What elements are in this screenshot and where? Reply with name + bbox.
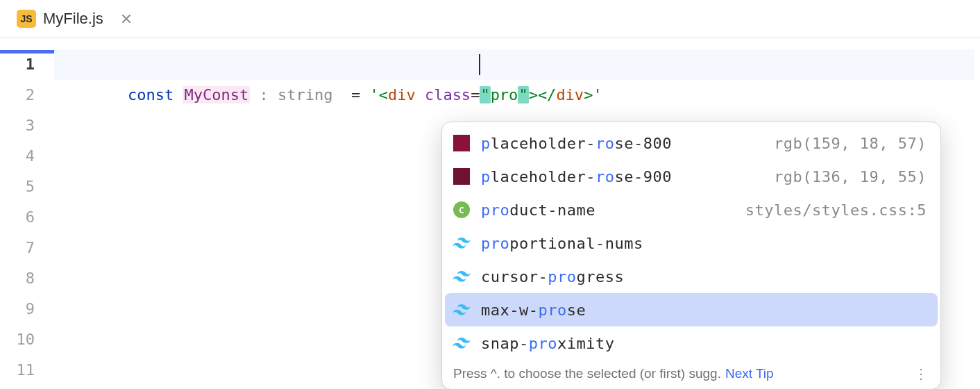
autocomplete-item-label: snap-proximity xyxy=(481,335,927,352)
autocomplete-item-label: placeholder-rose-800 xyxy=(481,135,764,152)
close-icon[interactable] xyxy=(121,14,131,24)
js-file-icon: JS xyxy=(17,10,36,28)
text-cursor xyxy=(479,54,480,75)
autocomplete-item[interactable]: max-w-prose xyxy=(445,293,938,326)
more-options-icon[interactable]: ⋮ xyxy=(914,365,929,382)
autocomplete-item-detail: rgb(159, 18, 57) xyxy=(774,135,927,152)
autocomplete-item-label: proportional-nums xyxy=(481,235,927,252)
autocomplete-item-label: placeholder-rose-900 xyxy=(481,168,764,185)
tailwind-icon xyxy=(452,267,471,286)
file-tab[interactable]: JS MyFile.js xyxy=(8,0,140,38)
line-number: 8 xyxy=(0,263,35,294)
autocomplete-item-label: product-name xyxy=(481,201,736,219)
autocomplete-item[interactable]: cursor-progress xyxy=(445,260,938,293)
autocomplete-item-label: max-w-prose xyxy=(481,301,927,319)
autocomplete-item[interactable]: Cproduct-namestyles/styles.css:5 xyxy=(445,193,938,226)
footer-hint: Press ^. to choose the selected (or firs… xyxy=(453,366,721,381)
tailwind-icon xyxy=(452,333,471,353)
autocomplete-item[interactable]: placeholder-rose-800rgb(159, 18, 57) xyxy=(445,126,938,160)
autocomplete-item[interactable]: proportional-nums xyxy=(445,226,938,260)
autocomplete-item-label: cursor-progress xyxy=(481,268,927,285)
color-swatch-icon xyxy=(452,133,471,153)
autocomplete-footer: Press ^. to choose the selected (or firs… xyxy=(442,360,940,389)
line-number: 2 xyxy=(0,80,35,110)
code-line-1[interactable]: const MyConst : string = '<div class="pr… xyxy=(54,49,974,80)
line-number: 10 xyxy=(0,324,35,355)
css-class-icon: C xyxy=(452,200,471,220)
line-number: 7 xyxy=(0,233,35,263)
autocomplete-item-detail: rgb(136, 19, 55) xyxy=(774,168,927,185)
autocomplete-popup[interactable]: placeholder-rose-800rgb(159, 18, 57)plac… xyxy=(441,122,941,389)
line-number: 6 xyxy=(0,202,35,233)
line-number: 9 xyxy=(0,294,35,324)
line-gutter: 1234567891011 xyxy=(0,49,54,386)
tailwind-icon xyxy=(452,300,471,320)
editor[interactable]: 1234567891011 const MyConst : string = '… xyxy=(0,38,980,389)
line-number: 1 xyxy=(0,49,35,80)
color-swatch-icon xyxy=(452,167,471,186)
tailwind-icon xyxy=(452,233,471,253)
line-number: 3 xyxy=(0,110,35,141)
next-tip-link[interactable]: Next Tip xyxy=(725,366,774,381)
tab-bar: JS MyFile.js xyxy=(0,0,980,38)
autocomplete-item-detail: styles/styles.css:5 xyxy=(745,201,927,219)
line-number: 4 xyxy=(0,141,35,172)
tab-filename: MyFile.js xyxy=(43,10,103,28)
autocomplete-item[interactable]: placeholder-rose-900rgb(136, 19, 55) xyxy=(445,160,938,193)
autocomplete-item[interactable]: snap-proximity xyxy=(445,326,938,360)
autocomplete-list: placeholder-rose-800rgb(159, 18, 57)plac… xyxy=(442,122,940,360)
line-number: 11 xyxy=(0,355,35,386)
line-number: 5 xyxy=(0,172,35,202)
